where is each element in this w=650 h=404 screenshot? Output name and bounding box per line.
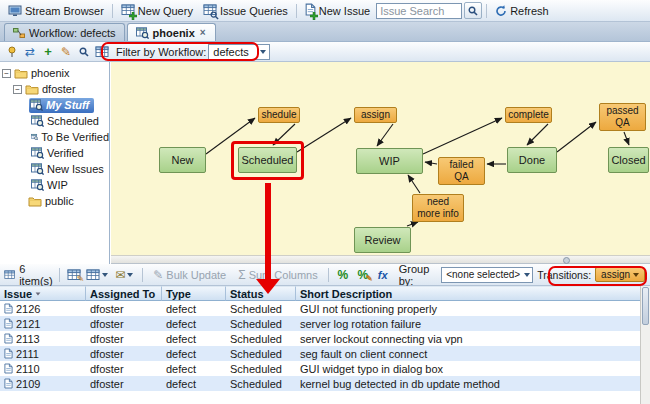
assigned-to-cell[interactable]: dfoster bbox=[86, 361, 162, 376]
transition-need-more-info[interactable]: need more info bbox=[412, 194, 464, 222]
column-header-issue[interactable]: Issue bbox=[0, 286, 86, 301]
bulk-update-button[interactable]: ✎Bulk Update bbox=[149, 268, 230, 282]
issue-cell[interactable]: 2109 bbox=[0, 376, 86, 391]
status-cell[interactable]: Scheduled bbox=[226, 346, 296, 361]
tab-close-icon[interactable]: × bbox=[199, 28, 207, 38]
table-row[interactable]: 2126 dfoster defect Scheduled GUI not fu… bbox=[0, 301, 640, 316]
tree-item-to-be-verified[interactable]: To Be Verified bbox=[0, 129, 109, 145]
assigned-to-cell[interactable]: dfoster bbox=[86, 316, 162, 331]
transition-complete[interactable]: complete bbox=[505, 107, 552, 123]
issue-cell[interactable]: 2121 bbox=[0, 316, 86, 331]
tree-item-scheduled[interactable]: Scheduled bbox=[0, 113, 109, 129]
table-row[interactable]: 2110 dfoster defect Scheduled GUI widget… bbox=[0, 361, 640, 376]
description-cell[interactable]: kernel bug detected in db update method bbox=[296, 376, 640, 391]
transition-passed-qa[interactable]: passed QA bbox=[599, 103, 646, 131]
status-cell[interactable]: Scheduled bbox=[226, 361, 296, 376]
query-icon bbox=[31, 179, 44, 191]
issue-cell[interactable]: 2111 bbox=[0, 346, 86, 361]
type-cell[interactable]: defect bbox=[162, 361, 226, 376]
assigned-to-cell[interactable]: dfoster bbox=[86, 376, 162, 391]
tree-item-public[interactable]: public bbox=[0, 193, 109, 209]
percent-edit-button[interactable]: %✎ bbox=[355, 267, 371, 283]
table-row[interactable]: 2113 dfoster defect Scheduled server loc… bbox=[0, 331, 640, 346]
group-by-select[interactable]: <none selected> bbox=[441, 267, 533, 283]
percent-button[interactable]: % bbox=[335, 267, 351, 283]
status-cell[interactable]: Scheduled bbox=[226, 316, 296, 331]
state-new[interactable]: New bbox=[159, 147, 206, 173]
column-header-status[interactable]: Status bbox=[226, 286, 296, 301]
assigned-to-cell[interactable]: dfoster bbox=[86, 301, 162, 316]
formula-button[interactable]: fx bbox=[375, 267, 391, 283]
diagram-hscrollbar[interactable] bbox=[111, 255, 650, 264]
column-header-type[interactable]: Type bbox=[162, 286, 226, 301]
type-cell[interactable]: defect bbox=[162, 346, 226, 361]
collapse-icon[interactable]: − bbox=[2, 69, 11, 78]
issue-queries-button[interactable]: Issue Queries bbox=[199, 2, 292, 19]
table-row[interactable]: 2109 dfoster defect Scheduled kernel bug… bbox=[0, 376, 640, 391]
edit-table-button[interactable]: ✎ bbox=[66, 267, 82, 283]
transition-failed-qa[interactable]: failed QA bbox=[438, 157, 485, 185]
issue-search-go-button[interactable] bbox=[464, 2, 482, 19]
description-cell[interactable]: GUI widget typo in dialog box bbox=[296, 361, 640, 376]
pin-icon[interactable] bbox=[4, 44, 20, 60]
description-cell[interactable]: seg fault on client connect bbox=[296, 346, 640, 361]
send-email-button[interactable]: ✉ bbox=[112, 267, 136, 283]
refresh-button[interactable]: Refresh bbox=[491, 4, 553, 18]
edit-icon[interactable]: ✎ bbox=[58, 44, 74, 60]
tree-item-my-stuff[interactable]: My Stuff bbox=[0, 97, 109, 113]
tree-item-new-issues[interactable]: New Issues bbox=[0, 161, 109, 177]
issue-search-input[interactable] bbox=[376, 3, 462, 19]
description-cell[interactable]: server log rotation failure bbox=[296, 316, 640, 331]
column-label: Short Description bbox=[300, 288, 392, 300]
tree-item-wip[interactable]: WIP bbox=[0, 177, 109, 193]
column-header-assigned-to[interactable]: Assigned To bbox=[86, 286, 162, 301]
description-cell[interactable]: GUI not functioning properly bbox=[296, 301, 640, 316]
scrollbar-thumb[interactable] bbox=[642, 287, 649, 325]
transition-shedule[interactable]: shedule bbox=[258, 107, 300, 123]
state-scheduled[interactable]: Scheduled bbox=[238, 147, 297, 173]
new-issue-button[interactable]: New Issue bbox=[301, 2, 374, 19]
tab-workflow-defects[interactable]: Workflow: defects bbox=[4, 23, 125, 41]
tree-item-phoenix[interactable]: − phoenix bbox=[0, 65, 109, 81]
assigned-to-cell[interactable]: dfoster bbox=[86, 331, 162, 346]
state-wip[interactable]: WIP bbox=[356, 148, 423, 174]
status-cell[interactable]: Scheduled bbox=[226, 331, 296, 346]
swap-arrows-icon[interactable]: ⇄ bbox=[22, 44, 38, 60]
assigned-to-cell[interactable]: dfoster bbox=[86, 346, 162, 361]
table-row[interactable]: 2121 dfoster defect Scheduled server log… bbox=[0, 316, 640, 331]
table-view-icon[interactable] bbox=[94, 44, 110, 60]
status-cell[interactable]: Scheduled bbox=[226, 301, 296, 316]
transition-assign-chip[interactable]: assign bbox=[595, 267, 645, 282]
workflow-filter-select[interactable]: defects bbox=[208, 44, 270, 60]
column-header-short-description[interactable]: Short Description bbox=[296, 286, 640, 301]
issue-cell[interactable]: 2110 bbox=[0, 361, 86, 376]
table-vertical-scrollbar[interactable] bbox=[640, 286, 650, 404]
new-issue-icon bbox=[305, 3, 316, 18]
state-done[interactable]: Done bbox=[507, 147, 557, 173]
scrollbar-thumb[interactable] bbox=[563, 257, 570, 264]
status-cell[interactable]: Scheduled bbox=[226, 376, 296, 391]
search-icon[interactable] bbox=[76, 44, 92, 60]
new-query-button[interactable]: New Query bbox=[117, 2, 197, 19]
state-review[interactable]: Review bbox=[354, 227, 411, 253]
tree-item-dfoster[interactable]: − dfoster bbox=[0, 81, 109, 97]
collapse-icon[interactable]: − bbox=[13, 85, 22, 94]
transition-chip-label: assign bbox=[601, 269, 630, 280]
state-closed[interactable]: Closed bbox=[608, 147, 649, 173]
table-row[interactable]: 2111 dfoster defect Scheduled seg fault … bbox=[0, 346, 640, 361]
stream-browser-button[interactable]: Stream Browser bbox=[4, 4, 108, 18]
type-cell[interactable]: defect bbox=[162, 376, 226, 391]
tab-phoenix[interactable]: phoenix × bbox=[127, 23, 216, 41]
columns-dropdown-button[interactable] bbox=[86, 267, 108, 283]
issue-cell[interactable]: 2113 bbox=[0, 331, 86, 346]
type-cell[interactable]: defect bbox=[162, 316, 226, 331]
description-cell[interactable]: server lockout connecting via vpn bbox=[296, 331, 640, 346]
tree-item-verified[interactable]: Verified bbox=[0, 145, 109, 161]
issue-cell[interactable]: 2126 bbox=[0, 301, 86, 316]
selected-tree-item[interactable]: My Stuff bbox=[29, 98, 94, 113]
sum-columns-button[interactable]: ΣSum Columns bbox=[234, 268, 322, 282]
type-cell[interactable]: defect bbox=[162, 301, 226, 316]
add-icon[interactable]: + bbox=[40, 44, 56, 60]
transition-assign[interactable]: assign bbox=[354, 107, 397, 123]
type-cell[interactable]: defect bbox=[162, 331, 226, 346]
